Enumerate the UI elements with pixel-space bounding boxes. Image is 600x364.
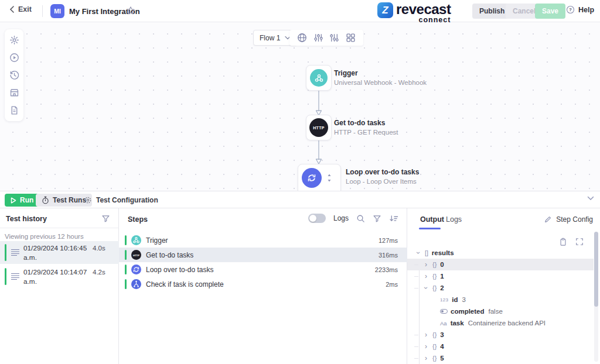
help-button[interactable]: ? Help xyxy=(566,5,594,14)
steps-panel: Steps Logs Trigger 127ms HTTP Get to-do xyxy=(119,208,407,364)
tree-row-5[interactable]: › {} 5 xyxy=(407,352,594,364)
tree-row-completed[interactable]: completed false xyxy=(407,305,594,317)
output-json-tree: › [] results › {} 0 › {} 1 xyxy=(407,247,594,364)
canvas-side-toolbar xyxy=(5,29,23,121)
scrollbar-track[interactable] xyxy=(594,232,598,362)
node-trigger[interactable] xyxy=(306,65,332,91)
expand-fullscreen-icon[interactable] xyxy=(575,238,584,246)
globe-icon[interactable] xyxy=(297,33,307,43)
node-get-todo-tasks[interactable]: HTTP xyxy=(306,115,332,140)
branch-icon xyxy=(131,279,141,289)
run-bar: Run Test Runs Test Configuration xyxy=(0,191,600,208)
tab-output[interactable]: Output xyxy=(420,215,444,224)
test-run-entry[interactable]: 01/29/2024 10:16:45 a.m. 4.0s xyxy=(0,241,119,264)
run-timestamp: 01/29/2024 10:16:45 a.m. xyxy=(23,244,89,263)
document-icon[interactable] xyxy=(9,105,19,115)
status-bar xyxy=(125,235,127,245)
save-button[interactable]: Save xyxy=(535,4,565,19)
node-loop[interactable] xyxy=(298,164,341,191)
array-type-icon: [] xyxy=(425,249,428,256)
collapse-chevron-icon[interactable] xyxy=(587,196,594,201)
tree-row-id[interactable]: 123 id 3 xyxy=(407,294,594,305)
caret-icon: › xyxy=(423,260,429,269)
connector-arrow xyxy=(315,140,323,165)
exit-button[interactable]: Exit xyxy=(9,5,32,13)
chevron-left-icon xyxy=(9,6,15,13)
gear-icon xyxy=(84,196,92,204)
step-label: Loop over to-do tasks xyxy=(146,266,213,274)
tree-row-task[interactable]: Aa task Containerize backend API xyxy=(407,317,594,329)
test-run-entry[interactable]: 01/29/2024 10:14:07 a.m. 4.2s xyxy=(0,265,119,288)
status-bar xyxy=(5,268,6,285)
step-duration: 2ms xyxy=(386,281,398,288)
step-row-loop[interactable]: Loop over to-do tasks 2233ms xyxy=(119,262,407,277)
tree-row-0[interactable]: › {} 0 xyxy=(407,259,594,270)
svg-text:HTTP: HTTP xyxy=(133,254,139,257)
search-icon[interactable] xyxy=(356,214,365,223)
string-type-icon: Aa xyxy=(440,320,447,327)
run-log-lines-icon xyxy=(11,272,20,280)
caret-icon: › xyxy=(423,272,429,280)
tree-row-4[interactable]: › {} 4 xyxy=(407,341,594,352)
resize-handle-icon[interactable] xyxy=(326,173,332,183)
sort-icon[interactable] xyxy=(389,214,398,223)
grid-layout-icon[interactable] xyxy=(346,33,356,43)
status-bar xyxy=(5,244,6,261)
integration-avatar[interactable]: MI xyxy=(50,4,64,18)
tree-row-2[interactable]: › {} 2 xyxy=(407,282,594,294)
test-configuration-button[interactable]: Test Configuration xyxy=(84,194,158,207)
stopwatch-icon xyxy=(42,196,49,204)
step-label: Trigger xyxy=(146,236,168,245)
copy-clipboard-icon[interactable] xyxy=(559,238,567,246)
step-label: Get to-do tasks xyxy=(146,251,193,259)
canvas-toolbar xyxy=(289,30,363,46)
node-loop-label: Loop over to-do tasks Loop - Loop Over I… xyxy=(346,169,419,186)
logs-toggle[interactable] xyxy=(308,214,326,223)
flow-canvas[interactable]: Flow 1 Trigger Universal Webhook - Webho… xyxy=(0,22,600,191)
status-bar xyxy=(125,265,127,274)
object-type-icon: {} xyxy=(432,331,437,338)
step-row-trigger[interactable]: Trigger 127ms xyxy=(119,233,407,248)
version-history-icon[interactable] xyxy=(9,70,19,80)
run-duration: 4.0s xyxy=(93,245,105,252)
step-row-check-task[interactable]: Check if task is complete 2ms xyxy=(119,277,407,291)
number-type-icon: 123 xyxy=(440,297,448,303)
tree-row-3[interactable]: › {} 3 xyxy=(407,329,594,341)
settings-gear-icon[interactable] xyxy=(9,35,19,45)
step-label: Check if task is complete xyxy=(146,280,224,289)
favorite-star-icon[interactable] xyxy=(126,6,135,15)
sliders-icon[interactable] xyxy=(313,33,323,43)
caret-icon: › xyxy=(423,354,429,362)
filter-funnel-icon[interactable] xyxy=(101,214,110,223)
http-icon: HTTP xyxy=(309,118,328,137)
exit-label: Exit xyxy=(18,5,32,13)
brand-logo: Z revecast connect xyxy=(377,2,451,24)
marketplace-store-icon[interactable] xyxy=(9,88,19,98)
app-window: Exit MI My First Integration Z revecast … xyxy=(0,0,600,364)
object-type-icon: {} xyxy=(432,355,437,362)
step-config-button[interactable]: Step Config xyxy=(544,215,593,224)
step-duration: 2233ms xyxy=(375,266,398,273)
tree-row-1[interactable]: › {} 1 xyxy=(407,270,594,282)
tree-row-results[interactable]: › [] results xyxy=(407,247,594,259)
run-timestamp: 01/29/2024 10:14:07 a.m. xyxy=(23,268,89,287)
run-log-lines-icon xyxy=(11,248,20,256)
test-history-panel: Test history Viewing previous 12 hours 0… xyxy=(0,208,119,364)
flow-selector-value: Flow 1 xyxy=(260,34,280,42)
top-bar: Exit MI My First Integration Z revecast … xyxy=(0,0,600,22)
brand-logo-icon: Z xyxy=(377,2,393,18)
run-button[interactable]: Run xyxy=(5,194,39,207)
step-row-get-todo-tasks[interactable]: HTTP Get to-do tasks 316ms xyxy=(119,248,407,262)
status-bar xyxy=(125,279,127,289)
status-bar xyxy=(125,250,127,260)
topbar-divider xyxy=(42,5,43,17)
scrollbar-thumb[interactable] xyxy=(594,232,598,307)
node-trigger-label: Trigger Universal Webhook - Webhook xyxy=(334,70,427,87)
tab-logs[interactable]: Logs xyxy=(446,215,462,224)
test-runner-play-icon[interactable] xyxy=(9,53,19,63)
output-panel: Output Logs Step Config › [] results xyxy=(407,208,600,364)
caret-icon: › xyxy=(414,250,422,256)
filter-funnel-icon[interactable] xyxy=(373,214,381,223)
brand-subname: connect xyxy=(418,16,451,24)
sliders-alt-icon[interactable] xyxy=(329,33,339,43)
